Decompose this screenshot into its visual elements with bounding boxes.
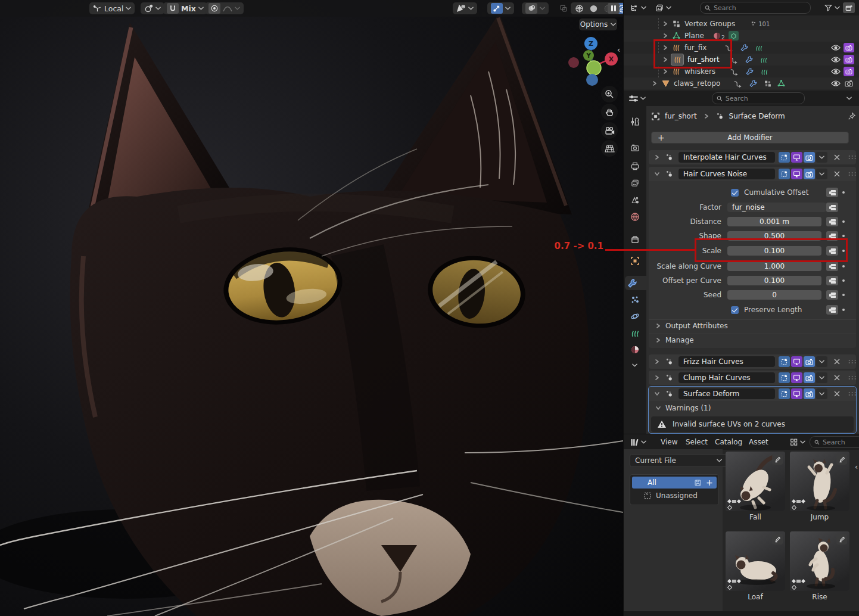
drag-handle[interactable] bbox=[848, 359, 856, 364]
object-visibility-dropdown[interactable] bbox=[453, 2, 477, 14]
animate-dot[interactable] bbox=[842, 294, 845, 296]
tab-scene[interactable] bbox=[628, 193, 642, 207]
output-attributes-subpanel[interactable]: Output Attributes bbox=[649, 319, 856, 332]
edit-asset-icon[interactable] bbox=[772, 454, 783, 465]
shading-solid-icon[interactable] bbox=[587, 3, 599, 14]
edit-asset-icon[interactable] bbox=[772, 534, 783, 545]
editor-type-button[interactable] bbox=[628, 94, 646, 103]
asset-search[interactable] bbox=[810, 436, 859, 448]
camera-render-toggle[interactable] bbox=[844, 55, 854, 64]
gizmo-icon[interactable] bbox=[491, 3, 503, 14]
pan-tool-button[interactable] bbox=[601, 104, 618, 120]
navigation-gizmo[interactable]: Z Y X bbox=[559, 33, 621, 91]
tab-object[interactable] bbox=[628, 254, 642, 268]
gizmos-dropdown[interactable] bbox=[487, 2, 514, 14]
render-toggle[interactable] bbox=[804, 356, 815, 367]
display-mode-button[interactable] bbox=[655, 4, 671, 13]
animate-dot[interactable] bbox=[842, 279, 845, 282]
asset-thumb-jump[interactable] bbox=[790, 452, 849, 511]
edit-mode-toggle[interactable] bbox=[779, 388, 790, 399]
snap-target-dropdown[interactable] bbox=[141, 2, 164, 14]
distance-slider[interactable]: 0.001 m bbox=[727, 217, 821, 226]
render-toggle[interactable] bbox=[804, 388, 815, 399]
realtime-toggle[interactable] bbox=[791, 372, 802, 383]
asset-thumb-loaf[interactable] bbox=[726, 531, 785, 591]
asset-thumb-fall[interactable] bbox=[726, 452, 785, 511]
drag-handle[interactable] bbox=[848, 391, 856, 396]
gizmo-axis-minus-y[interactable] bbox=[587, 61, 601, 75]
node-override-button[interactable] bbox=[826, 276, 838, 285]
shading-wireframe-icon[interactable] bbox=[573, 3, 585, 14]
edit-mode-toggle[interactable] bbox=[779, 356, 790, 367]
snap-magnet-group[interactable]: Mix bbox=[163, 2, 207, 14]
breadcrumb-modifier[interactable]: Surface Deform bbox=[729, 112, 785, 120]
catalog-item-all[interactable]: All + bbox=[632, 477, 717, 489]
asset-name[interactable]: Jump bbox=[790, 513, 849, 521]
tab-output[interactable] bbox=[628, 158, 642, 173]
drag-handle[interactable] bbox=[848, 155, 856, 160]
eye-icon[interactable] bbox=[831, 80, 841, 87]
tab-object-data[interactable] bbox=[628, 326, 642, 340]
tab-world[interactable] bbox=[628, 210, 642, 224]
asset-name[interactable]: Loaf bbox=[726, 593, 785, 601]
edit-mode-toggle[interactable] bbox=[779, 152, 790, 163]
realtime-toggle[interactable] bbox=[791, 356, 802, 367]
modifier-panel-interpolate[interactable]: Interpolate Hair Curves bbox=[649, 150, 856, 164]
eye-icon[interactable] bbox=[831, 56, 841, 63]
expand-arrow-icon[interactable] bbox=[655, 155, 659, 160]
catalog-item-unassigned[interactable]: Unassigned bbox=[632, 490, 717, 502]
seed-slider[interactable]: 0 bbox=[727, 290, 821, 300]
asset-name[interactable]: Fall bbox=[726, 513, 785, 521]
render-toggle[interactable] bbox=[804, 169, 815, 179]
modifier-panel-frizz[interactable]: Frizz Hair Curves bbox=[649, 354, 856, 369]
gizmo-axis-minus-x[interactable] bbox=[568, 57, 579, 68]
outliner-row-claws-retopo[interactable]: claws_retopo bbox=[624, 77, 859, 89]
breadcrumb-object[interactable]: fur_short bbox=[665, 112, 697, 120]
render-toggle[interactable] bbox=[804, 152, 815, 163]
expand-arrow-icon[interactable] bbox=[663, 69, 668, 74]
warnings-subpanel[interactable]: Warnings (1) bbox=[649, 402, 856, 414]
preserve-length-checkbox[interactable] bbox=[731, 306, 739, 314]
render-toggle[interactable] bbox=[804, 372, 815, 383]
tab-particles[interactable] bbox=[628, 293, 642, 307]
gizmo-axis-minus-z[interactable] bbox=[586, 74, 598, 86]
chevron-down-icon[interactable] bbox=[846, 97, 852, 100]
new-collection-button[interactable] bbox=[843, 2, 855, 13]
modifier-name-field[interactable]: Hair Curves Noise bbox=[679, 169, 775, 179]
tab-physics[interactable] bbox=[628, 309, 642, 323]
modifier-name-field[interactable]: Interpolate Hair Curves bbox=[679, 152, 775, 163]
outliner-search[interactable] bbox=[700, 2, 811, 14]
tab-material[interactable] bbox=[628, 343, 642, 357]
node-override-button[interactable] bbox=[826, 305, 838, 315]
pin-icon[interactable] bbox=[848, 112, 856, 120]
edit-mode-toggle[interactable] bbox=[779, 372, 790, 383]
node-override-button[interactable] bbox=[826, 203, 838, 212]
pause-button[interactable] bbox=[608, 3, 620, 14]
tab-tool[interactable] bbox=[628, 114, 642, 129]
expand-arrow-icon[interactable] bbox=[663, 21, 668, 26]
extras-dropdown[interactable] bbox=[816, 356, 827, 367]
properties-search[interactable] bbox=[712, 92, 805, 104]
tab-render[interactable] bbox=[628, 141, 642, 155]
camera-render-toggle[interactable] bbox=[845, 80, 853, 87]
close-icon[interactable] bbox=[833, 154, 841, 161]
expand-arrow-icon[interactable] bbox=[655, 375, 659, 380]
animate-dot[interactable] bbox=[842, 220, 845, 223]
camera-view-button[interactable] bbox=[601, 122, 618, 139]
expand-arrow-icon[interactable] bbox=[663, 33, 668, 38]
close-icon[interactable] bbox=[833, 390, 841, 397]
add-modifier-button[interactable]: + Add Modifier bbox=[651, 132, 849, 144]
options-button[interactable]: Options bbox=[579, 18, 617, 30]
factor-input[interactable]: fur_noise bbox=[727, 203, 826, 212]
manage-subpanel[interactable]: Manage bbox=[649, 334, 856, 346]
falloff-curve-icon[interactable] bbox=[223, 4, 232, 13]
proportional-edit-icon[interactable] bbox=[208, 3, 220, 14]
animate-dot[interactable] bbox=[842, 309, 845, 311]
edit-asset-icon[interactable] bbox=[836, 534, 847, 545]
node-override-button[interactable] bbox=[826, 188, 838, 197]
extras-dropdown[interactable] bbox=[816, 169, 827, 179]
proportional-edit-group[interactable] bbox=[205, 2, 244, 14]
eye-icon[interactable] bbox=[831, 68, 841, 75]
expand-arrow-icon[interactable] bbox=[652, 81, 657, 86]
camera-render-toggle[interactable] bbox=[844, 67, 854, 76]
